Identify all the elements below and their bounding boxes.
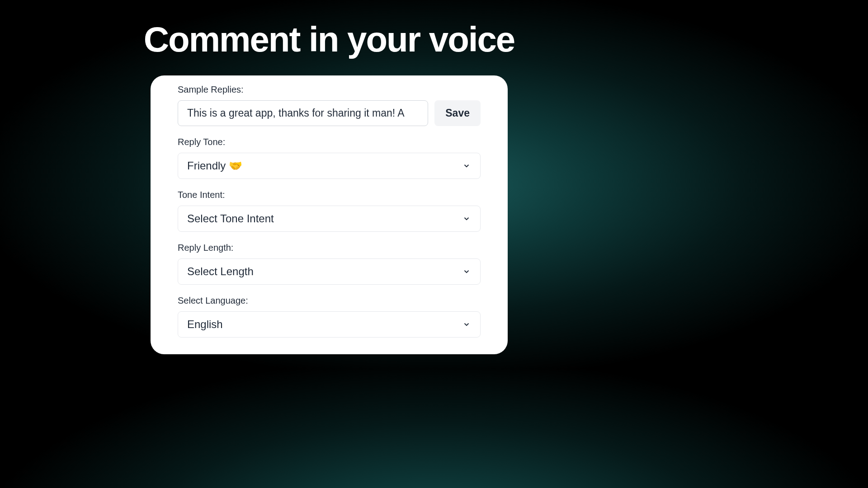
reply-length-value: Select Length — [187, 265, 254, 278]
chevron-down-icon — [462, 267, 471, 276]
tone-intent-label: Tone Intent: — [178, 190, 481, 200]
chevron-down-icon — [462, 320, 471, 329]
reply-length-select[interactable]: Select Length — [178, 258, 481, 285]
reply-tone-group: Reply Tone: Friendly 🤝 — [178, 137, 481, 179]
select-language-select[interactable]: English — [178, 311, 481, 338]
chevron-down-icon — [462, 161, 471, 170]
select-language-label: Select Language: — [178, 296, 481, 306]
reply-tone-value: Friendly 🤝 — [187, 160, 242, 172]
reply-length-label: Reply Length: — [178, 243, 481, 253]
sample-replies-input[interactable] — [178, 100, 428, 126]
settings-card: Sample Replies: Save Reply Tone: Friendl… — [151, 75, 508, 354]
reply-tone-label: Reply Tone: — [178, 137, 481, 147]
tone-intent-select[interactable]: Select Tone Intent — [178, 206, 481, 232]
sample-replies-row: Save — [178, 100, 481, 126]
chevron-down-icon — [462, 214, 471, 223]
tone-intent-value: Select Tone Intent — [187, 212, 274, 225]
tone-intent-group: Tone Intent: Select Tone Intent — [178, 190, 481, 232]
reply-tone-select[interactable]: Friendly 🤝 — [178, 153, 481, 179]
sample-replies-label: Sample Replies: — [178, 84, 481, 95]
select-language-value: English — [187, 318, 223, 331]
reply-length-group: Reply Length: Select Length — [178, 243, 481, 285]
select-language-group: Select Language: English — [178, 296, 481, 338]
page-title: Comment in your voice — [0, 0, 658, 60]
sample-replies-group: Sample Replies: Save — [178, 84, 481, 126]
save-button[interactable]: Save — [434, 100, 481, 126]
